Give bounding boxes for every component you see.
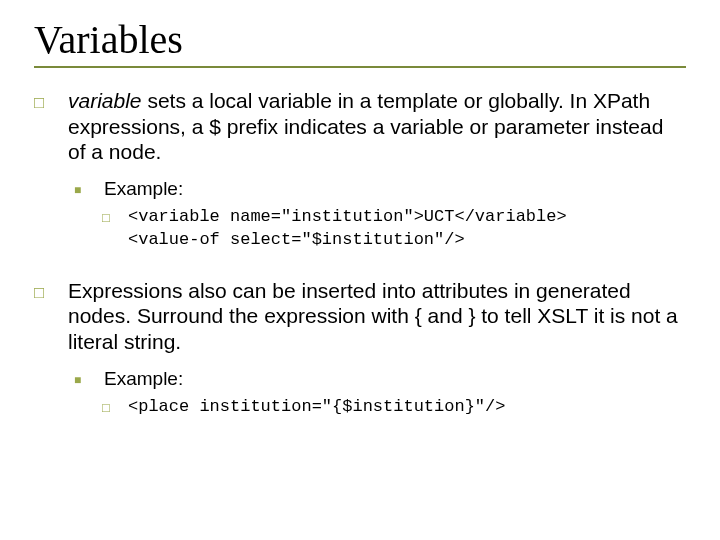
square-bullet-icon: □ [34,278,68,423]
bullet-level-3: □ <place institution="{$institution}"/> [98,396,686,419]
paragraph-rest: Expressions also can be inserted into at… [68,279,678,353]
italic-term: variable [68,89,142,112]
slide: Variables □ variable sets a local variab… [0,0,720,540]
paragraph-rest: sets a local variable in a template or g… [68,89,663,163]
code-block: <variable name="institution">UCT</variab… [128,206,686,252]
filled-square-icon: ■ [68,177,104,200]
page-title: Variables [34,18,686,62]
paragraph-text: variable sets a local variable in a temp… [68,89,663,163]
example-label: Example: [104,177,686,200]
code-block: <place institution="{$institution}"/> [128,396,686,419]
bullet-level-3: □ <variable name="institution">UCT</vari… [98,206,686,252]
bullet-level-1: □ Expressions also can be inserted into … [34,278,686,423]
filled-square-icon: ■ [68,367,104,390]
square-bullet-icon: □ [98,396,128,419]
example-label: Example: [104,367,686,390]
title-rule [34,66,686,68]
square-bullet-icon: □ [98,206,128,252]
bullet-level-2: ■ Example: [68,177,686,200]
bullet-1-content: variable sets a local variable in a temp… [68,88,686,256]
square-bullet-icon: □ [34,88,68,256]
paragraph-text: Expressions also can be inserted into at… [68,279,678,353]
bullet-2-content: Expressions also can be inserted into at… [68,278,686,423]
slide-body: □ variable sets a local variable in a te… [34,88,686,423]
bullet-level-2: ■ Example: [68,367,686,390]
bullet-level-1: □ variable sets a local variable in a te… [34,88,686,256]
